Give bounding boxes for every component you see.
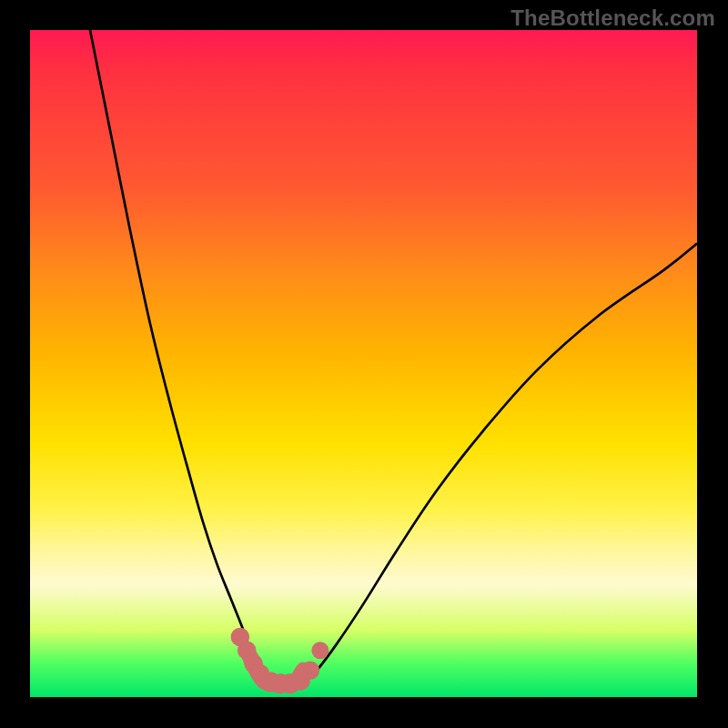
plot-area [30, 30, 697, 697]
valley-marker [311, 642, 329, 659]
watermark-text: TheBottleneck.com [511, 5, 715, 31]
valley-marker [301, 661, 320, 680]
valley-markers [231, 628, 329, 694]
left-curve [90, 30, 277, 683]
chart-svg [30, 30, 697, 697]
right-curve [304, 244, 697, 684]
chart-frame: TheBottleneck.com [0, 0, 728, 728]
